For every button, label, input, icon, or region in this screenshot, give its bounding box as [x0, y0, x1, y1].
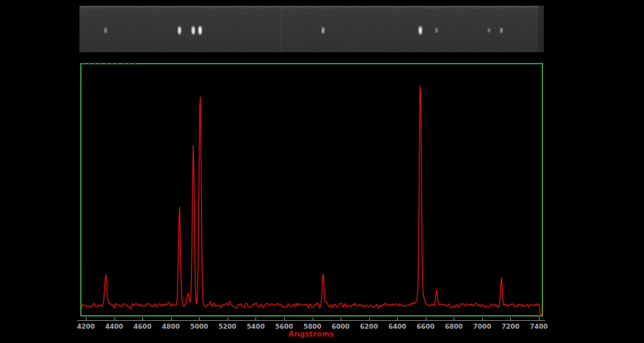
emission-knot [500, 28, 502, 33]
x-axis-tick [199, 317, 200, 320]
x-axis-tick [228, 317, 228, 320]
x-axis-tick-label: 5200 [218, 323, 236, 330]
x-axis-tick-label: 4800 [162, 323, 180, 330]
x-axis-tick-label: 5800 [303, 323, 321, 330]
x-axis-tick-label: 5000 [190, 323, 208, 330]
x-axis-tick-label: 5400 [247, 323, 265, 330]
emission-knot [198, 26, 202, 35]
x-axis-tick [255, 317, 256, 320]
x-axis-tick-label: 4400 [105, 323, 123, 330]
emission-knot [488, 28, 490, 32]
x-axis-tick-label: 6800 [445, 323, 463, 330]
x-axis-tick [341, 317, 341, 320]
x-axis-tick [171, 317, 172, 320]
x-axis-tick [369, 317, 370, 320]
x-axis-tick [510, 317, 511, 320]
x-axis-tick [114, 317, 115, 320]
obscured-text-artifact [82, 61, 138, 64]
emission-knot [104, 28, 107, 33]
x-axis-tick [397, 317, 398, 320]
emission-knot [192, 26, 195, 35]
x-axis-title: Angstroms [288, 330, 334, 338]
x-axis-tick [142, 317, 143, 320]
x-axis-tick-label: 6200 [360, 323, 378, 330]
x-axis-tick-label: 7200 [502, 323, 519, 330]
x-axis-tick-label: 6400 [389, 323, 406, 330]
x-axis-tick [313, 317, 313, 320]
spectrum-trace [82, 86, 541, 314]
x-axis-line [77, 320, 545, 321]
x-axis-tick-label: 5600 [275, 323, 293, 330]
x-axis-tick-label: 4200 [77, 323, 94, 330]
x-axis-tick [426, 317, 426, 320]
emission-knot [322, 27, 325, 34]
x-axis-tick [482, 317, 483, 320]
x-axis-tick [454, 317, 454, 320]
x-axis-tick-label: 7400 [530, 323, 547, 330]
x-axis-tick-label: 4600 [134, 323, 152, 330]
emission-knot [419, 26, 422, 35]
spectrum-plot-canvas[interactable] [82, 64, 542, 315]
x-axis-tick-label: 6600 [416, 323, 434, 330]
x-axis-tick-label: 6000 [332, 323, 350, 330]
spectrum-plot-frame [80, 63, 543, 317]
emission-knot [177, 26, 181, 34]
x-axis-tick [86, 317, 87, 320]
x-axis-tick [539, 317, 540, 320]
app-window: 4200440046004800500052005400560058006000… [0, 0, 644, 343]
x-axis-tick [284, 317, 285, 320]
spectrum-strip-image [79, 6, 544, 52]
x-axis-tick-label: 7000 [473, 323, 491, 330]
emission-knot [436, 28, 438, 33]
strip-right-vignette [538, 6, 544, 52]
